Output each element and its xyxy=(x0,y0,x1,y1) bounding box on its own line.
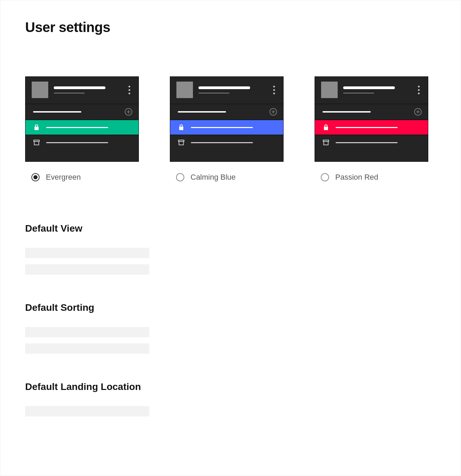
avatar-placeholder xyxy=(321,82,338,98)
placeholder-line xyxy=(322,111,371,113)
plus-circle-icon xyxy=(125,108,132,116)
preview-add-row xyxy=(315,104,428,119)
placeholder-line xyxy=(46,127,108,128)
placeholder-line xyxy=(336,127,398,128)
preview-header xyxy=(170,77,283,104)
preview-accent-row xyxy=(170,120,283,135)
plus-circle-icon xyxy=(414,108,422,116)
svg-rect-6 xyxy=(324,127,328,130)
theme-option-calmingblue: Calming Blue xyxy=(170,76,284,182)
svg-rect-5 xyxy=(179,141,184,145)
avatar-placeholder xyxy=(32,82,48,98)
theme-radio-calmingblue[interactable]: Calming Blue xyxy=(170,173,284,182)
preview-header-lines xyxy=(54,86,123,94)
radio-icon xyxy=(31,173,40,181)
lock-icon xyxy=(322,124,329,131)
preview-row xyxy=(25,135,139,150)
preview-add-row xyxy=(25,104,139,119)
loading-placeholder xyxy=(25,343,149,354)
theme-preview-evergreen[interactable] xyxy=(25,76,139,162)
placeholder-line xyxy=(198,86,250,89)
preview-header-lines xyxy=(343,86,412,94)
section-default-landing: Default Landing Location xyxy=(25,381,436,416)
archive-icon xyxy=(322,139,329,146)
section-default-view: Default View xyxy=(25,223,436,275)
loading-placeholder xyxy=(25,264,149,275)
settings-page: User settings xyxy=(0,0,461,476)
radio-icon xyxy=(321,173,329,181)
lock-icon xyxy=(33,124,40,131)
placeholder-line xyxy=(343,86,395,89)
placeholder-line xyxy=(191,142,253,143)
preview-header-lines xyxy=(198,86,268,94)
preview-row xyxy=(315,135,428,150)
theme-radio-evergreen[interactable]: Evergreen xyxy=(25,173,139,182)
loading-placeholder xyxy=(25,406,149,416)
archive-icon xyxy=(178,139,185,146)
placeholder-line xyxy=(343,93,374,94)
placeholder-line xyxy=(191,127,253,128)
placeholder-line xyxy=(178,111,226,113)
kebab-icon xyxy=(418,86,422,94)
svg-rect-3 xyxy=(179,127,183,130)
theme-label: Evergreen xyxy=(46,173,81,182)
radio-icon xyxy=(176,173,184,181)
theme-selector: Evergreen xyxy=(25,76,436,182)
preview-header xyxy=(25,77,139,104)
loading-placeholder xyxy=(25,327,149,337)
svg-rect-0 xyxy=(34,127,39,130)
loading-placeholder xyxy=(25,248,149,258)
placeholder-line xyxy=(54,86,105,89)
theme-label: Passion Red xyxy=(335,173,378,182)
preview-row xyxy=(170,135,283,150)
lock-icon xyxy=(178,124,185,131)
page-title: User settings xyxy=(25,20,436,35)
archive-icon xyxy=(33,139,40,146)
kebab-icon xyxy=(273,86,277,94)
placeholder-line xyxy=(336,142,398,143)
placeholder-line xyxy=(54,93,85,94)
section-title: Default View xyxy=(25,223,436,234)
section-default-sorting: Default Sorting xyxy=(25,302,436,354)
kebab-icon xyxy=(129,86,132,94)
plus-circle-icon xyxy=(269,108,277,116)
placeholder-line xyxy=(33,111,81,113)
preview-accent-row xyxy=(315,120,428,135)
section-title: Default Landing Location xyxy=(25,381,436,392)
theme-preview-passionred[interactable] xyxy=(315,76,428,162)
placeholder-line xyxy=(198,93,229,94)
theme-option-passionred: Passion Red xyxy=(315,76,428,182)
theme-label: Calming Blue xyxy=(191,173,236,182)
section-title: Default Sorting xyxy=(25,302,436,313)
preview-accent-row xyxy=(25,120,139,135)
theme-preview-calmingblue[interactable] xyxy=(170,76,284,162)
preview-add-row xyxy=(170,104,283,119)
theme-radio-passionred[interactable]: Passion Red xyxy=(315,173,428,182)
placeholder-line xyxy=(46,142,108,143)
svg-rect-8 xyxy=(324,141,328,145)
avatar-placeholder xyxy=(176,82,193,98)
theme-option-evergreen: Evergreen xyxy=(25,76,139,182)
svg-rect-2 xyxy=(34,141,39,145)
preview-header xyxy=(315,77,428,104)
